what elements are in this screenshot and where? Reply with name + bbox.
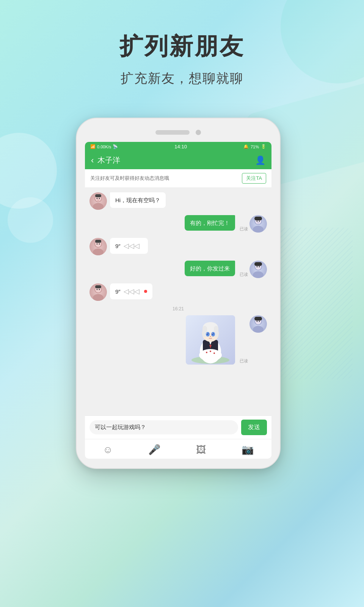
phone-body: 📶 0.00K/s 📡 14:10 🔔 71% 🔋 ‹ 木子洋 👤 — [76, 118, 281, 469]
message-row-3: 9″ ◁◁◁ — [89, 238, 267, 255]
svg-point-31 — [253, 326, 264, 333]
header-section: 扩列新朋友 扩充新友，想聊就聊 — [0, 30, 364, 87]
speed-indicator: 0.00K/s — [97, 145, 111, 149]
svg-point-1 — [93, 203, 104, 210]
contact-name: 木子洋 — [97, 155, 120, 165]
message-row-1: Hi，现在有空吗？ — [89, 192, 267, 210]
phone-speaker — [155, 130, 190, 135]
svg-point-51 — [210, 336, 211, 337]
message-row-2: 已读 有的，刚忙完！ — [89, 215, 267, 233]
back-button[interactable]: ‹ — [91, 156, 94, 165]
status-bar: 📶 0.00K/s 📡 14:10 🔔 71% 🔋 — [85, 142, 271, 151]
sub-title: 扩充新友，想聊就聊 — [0, 70, 364, 87]
chat-header: ‹ 木子洋 👤 — [85, 151, 271, 169]
follow-banner: 关注好友可及时获得好友动态消息哦 关注TA — [85, 169, 271, 188]
svg-point-28 — [97, 289, 98, 290]
mic-button[interactable]: 🎤 — [148, 444, 160, 456]
camera-button[interactable]: 📷 — [242, 444, 254, 456]
image-button[interactable]: 🖼 — [196, 444, 206, 456]
avatar-sent-2 — [249, 261, 267, 278]
voice-wave-icon-1: ◁◁◁ — [124, 242, 140, 250]
svg-point-50 — [212, 333, 213, 334]
svg-point-25 — [93, 294, 104, 301]
avatar-received-2 — [89, 238, 107, 255]
signal-icon: 📶 — [90, 144, 96, 149]
send-button[interactable]: 发送 — [241, 420, 267, 435]
svg-point-35 — [259, 321, 260, 322]
bubble-sent-2: 好的，你发过来 — [185, 261, 235, 276]
read-status-6: 已读 — [240, 358, 248, 364]
chat-messages: Hi，现在有空吗？ — [85, 188, 271, 415]
profile-icon[interactable]: 👤 — [255, 156, 265, 165]
phone-screen: 📶 0.00K/s 📡 14:10 🔔 71% 🔋 ‹ 木子洋 👤 — [85, 142, 271, 459]
follow-text: 关注好友可及时获得好友动态消息哦 — [90, 175, 242, 182]
svg-point-16 — [97, 244, 98, 245]
battery-icon: 🔋 — [261, 144, 266, 149]
status-time: 14:10 — [174, 144, 187, 149]
deco-circle-2 — [8, 197, 53, 243]
svg-point-7 — [253, 226, 264, 233]
svg-point-54 — [206, 352, 207, 353]
read-status-2: 已读 — [240, 226, 248, 232]
avatar-received-3 — [89, 283, 107, 301]
svg-point-11 — [259, 221, 260, 222]
voice-duration-1: 9″ — [115, 243, 121, 249]
svg-point-29 — [99, 289, 100, 290]
message-row-4: 已读 好的，你发过来 — [89, 261, 267, 278]
svg-point-56 — [210, 351, 211, 352]
svg-point-23 — [259, 266, 260, 267]
voice-bubble-2[interactable]: 9″ ◁◁◁ — [110, 283, 152, 299]
svg-point-4 — [97, 198, 98, 199]
status-right: 🔔 71% 🔋 — [243, 144, 266, 149]
bubble-received-1: Hi，现在有空吗？ — [110, 192, 166, 208]
unread-dot — [144, 290, 147, 293]
svg-point-19 — [253, 271, 264, 278]
phone-mockup: 📶 0.00K/s 📡 14:10 🔔 71% 🔋 ‹ 木子洋 👤 — [76, 118, 288, 469]
status-left: 📶 0.00K/s 📡 — [90, 144, 118, 149]
svg-point-49 — [207, 333, 207, 334]
chat-toolbar: ☺ 🎤 🖼 📷 — [85, 439, 271, 459]
avatar-sent-1 — [249, 215, 267, 233]
svg-rect-33 — [254, 317, 262, 321]
svg-point-17 — [99, 244, 100, 245]
read-status-4: 已读 — [240, 272, 248, 277]
notification-icon: 🔔 — [243, 144, 249, 149]
battery-percent: 71% — [251, 145, 259, 149]
chat-input-area: 发送 — [85, 415, 271, 439]
avatar-sent-3 — [249, 315, 267, 333]
time-divider: 16:21 — [89, 306, 267, 311]
svg-point-22 — [257, 266, 258, 267]
phone-camera — [196, 130, 201, 135]
svg-point-13 — [93, 248, 104, 255]
svg-point-55 — [213, 352, 215, 354]
svg-rect-21 — [254, 262, 262, 266]
avatar-received-1 — [89, 192, 107, 210]
svg-rect-15 — [95, 240, 101, 243]
chat-input[interactable] — [89, 420, 238, 434]
phone-top — [85, 130, 271, 135]
svg-rect-27 — [95, 285, 101, 288]
voice-duration-2: 9″ — [115, 288, 121, 295]
message-row-5: 9″ ◁◁◁ — [89, 283, 267, 301]
chat-header-left: ‹ 木子洋 — [91, 155, 120, 165]
svg-rect-9 — [254, 217, 262, 220]
emoji-button[interactable]: ☺ — [103, 444, 113, 456]
sent-image — [186, 315, 235, 365]
svg-point-34 — [257, 321, 258, 322]
svg-rect-3 — [95, 194, 101, 197]
bubble-sent-1: 有的，刚忙完！ — [185, 215, 235, 231]
wifi-icon: 📡 — [113, 144, 118, 149]
follow-button[interactable]: 关注TA — [242, 173, 266, 184]
voice-bubble-1[interactable]: 9″ ◁◁◁ — [110, 238, 148, 254]
svg-point-5 — [99, 198, 100, 199]
svg-point-10 — [257, 221, 258, 222]
voice-wave-icon-2: ◁◁◁ — [124, 287, 140, 296]
message-row-6: 已读 — [89, 315, 267, 365]
main-title: 扩列新朋友 — [0, 30, 364, 62]
